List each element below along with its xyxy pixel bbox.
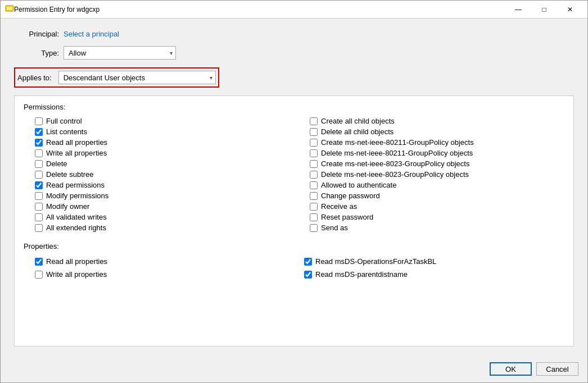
perm-delete-checkbox[interactable]	[35, 160, 43, 168]
applies-to-inner: Applies to: Descendant User objects This…	[17, 71, 216, 84]
perm-write-all-props-checkbox[interactable]	[35, 149, 43, 157]
perm-send-as-checkbox[interactable]	[310, 224, 318, 232]
perm-change-password: Change password	[310, 190, 564, 201]
principal-label: Principal:	[14, 30, 59, 38]
applies-to-border-wrapper: Applies to: Descendant User objects This…	[14, 67, 219, 88]
perm-receive-as-label[interactable]: Receive as	[321, 202, 357, 211]
type-select[interactable]: Allow Deny	[64, 46, 176, 60]
perm-delete-ieee8023-label[interactable]: Delete ms-net-ieee-8023-GroupPolicy obje…	[321, 170, 469, 179]
prop-read-all-checkbox[interactable]	[35, 258, 43, 266]
ok-button[interactable]: OK	[490, 362, 532, 376]
prop-write-all-checkbox[interactable]	[35, 271, 43, 279]
perm-delete-ieee80211-label[interactable]: Delete ms-net-ieee-80211-GroupPolicy obj…	[321, 149, 473, 157]
title-bar: Permission Entry for wdgcxp — □ ✕	[1, 1, 587, 19]
dialog-content: Principal: Select a principal Type: Allo…	[1, 19, 587, 358]
perm-write-all-props-label[interactable]: Write all properties	[46, 149, 107, 157]
perm-send-as-label[interactable]: Send as	[321, 224, 348, 232]
perm-full-control-label[interactable]: Full control	[46, 117, 82, 125]
perm-delete-subtree-checkbox[interactable]	[35, 171, 43, 179]
permissions-grid: Full control List contents Read all prop…	[24, 116, 564, 233]
prop-read-all: Read all properties	[35, 255, 295, 268]
prop-read-msds-ops-checkbox[interactable]	[304, 258, 312, 266]
prop-read-msds-ops: Read msDS-OperationsForAzTaskBL	[304, 255, 564, 268]
perm-list-contents: List contents	[35, 126, 290, 137]
perm-allowed-authenticate-checkbox[interactable]	[310, 181, 318, 189]
perm-create-ieee8023: Create ms-net-ieee-8023-GroupPolicy obje…	[310, 158, 564, 169]
applies-to-row: Applies to: Descendant User objects This…	[14, 67, 574, 88]
window-controls: — □ ✕	[505, 1, 583, 19]
perm-read-all-props-label[interactable]: Read all properties	[46, 138, 107, 147]
perm-delete-ieee8023: Delete ms-net-ieee-8023-GroupPolicy obje…	[310, 169, 564, 180]
perm-create-ieee80211: Create ms-net-ieee-80211-GroupPolicy obj…	[310, 137, 564, 148]
perm-write-all-props: Write all properties	[35, 148, 290, 158]
perm-all-extended-rights: All extended rights	[35, 222, 290, 233]
perm-send-as: Send as	[310, 222, 564, 233]
perm-create-ieee8023-label[interactable]: Create ms-net-ieee-8023-GroupPolicy obje…	[321, 159, 469, 168]
perm-create-all-child-label[interactable]: Create all child objects	[321, 117, 395, 125]
permissions-left-col: Full control List contents Read all prop…	[24, 116, 290, 233]
prop-read-msds-parent: Read msDS-parentdistname	[304, 268, 564, 281]
perm-delete-ieee8023-checkbox[interactable]	[310, 171, 318, 179]
app-icon	[5, 5, 14, 14]
perm-create-all-child: Create all child objects	[310, 116, 564, 126]
minimize-button[interactable]: —	[505, 1, 531, 19]
perm-modify-permissions-label[interactable]: Modify permissions	[46, 191, 108, 200]
perm-delete-label[interactable]: Delete	[46, 159, 67, 168]
perm-change-password-label[interactable]: Change password	[321, 191, 380, 200]
perm-delete-subtree-label[interactable]: Delete subtree	[46, 170, 94, 179]
perm-all-validated-writes-checkbox[interactable]	[35, 213, 43, 221]
prop-read-all-label[interactable]: Read all properties	[46, 257, 107, 266]
perm-all-validated-writes: All validated writes	[35, 212, 290, 222]
svg-rect-1	[7, 7, 12, 10]
perm-full-control-checkbox[interactable]	[35, 117, 43, 125]
perm-modify-owner-checkbox[interactable]	[35, 203, 43, 211]
perm-receive-as-checkbox[interactable]	[310, 203, 318, 211]
perm-allowed-authenticate-label[interactable]: Allowed to authenticate	[321, 181, 396, 189]
prop-read-msds-parent-label[interactable]: Read msDS-parentdistname	[315, 270, 408, 279]
type-row: Type: Allow Deny ▾	[14, 46, 574, 60]
perm-allowed-authenticate: Allowed to authenticate	[310, 180, 564, 190]
principal-row: Principal: Select a principal	[14, 30, 574, 38]
prop-read-msds-parent-checkbox[interactable]	[304, 271, 312, 279]
cancel-button[interactable]: Cancel	[536, 362, 578, 376]
prop-write-all-label[interactable]: Write all properties	[46, 270, 107, 279]
permissions-right-col: Create all child objects Delete all chil…	[298, 116, 564, 233]
perm-list-contents-label[interactable]: List contents	[46, 127, 87, 136]
perm-create-ieee80211-label[interactable]: Create ms-net-ieee-80211-GroupPolicy obj…	[321, 138, 474, 147]
properties-grid: Read all properties Write all properties…	[35, 255, 564, 281]
perm-read-permissions-label[interactable]: Read permissions	[46, 181, 105, 189]
principal-link[interactable]: Select a principal	[64, 30, 119, 38]
applies-to-label: Applies to:	[17, 74, 54, 82]
perm-read-permissions: Read permissions	[35, 180, 290, 190]
prop-write-all: Write all properties	[35, 268, 295, 281]
perm-create-ieee80211-checkbox[interactable]	[310, 139, 318, 147]
close-button[interactable]: ✕	[557, 1, 583, 19]
perm-modify-permissions-checkbox[interactable]	[35, 192, 43, 200]
permissions-section-label: Permissions:	[24, 103, 564, 111]
perm-all-extended-rights-label[interactable]: All extended rights	[46, 224, 106, 232]
perm-list-contents-checkbox[interactable]	[35, 128, 43, 136]
perm-change-password-checkbox[interactable]	[310, 192, 318, 200]
perm-create-ieee8023-checkbox[interactable]	[310, 160, 318, 168]
properties-section: Properties: Read all properties Write al…	[24, 242, 564, 281]
perm-create-all-child-checkbox[interactable]	[310, 117, 318, 125]
properties-right-col: Read msDS-OperationsForAzTaskBL Read msD…	[304, 255, 564, 281]
perm-reset-password-checkbox[interactable]	[310, 213, 318, 221]
properties-section-label: Properties:	[24, 242, 564, 250]
perm-delete-all-child-label[interactable]: Delete all child objects	[321, 127, 393, 136]
perm-read-all-props-checkbox[interactable]	[35, 139, 43, 147]
perm-read-permissions-checkbox[interactable]	[35, 181, 43, 189]
perm-delete-ieee80211-checkbox[interactable]	[310, 149, 318, 157]
perm-delete: Delete	[35, 158, 290, 169]
maximize-button[interactable]: □	[531, 1, 557, 19]
applies-to-select-wrapper: Descendant User objects This object only…	[58, 71, 216, 84]
applies-to-select[interactable]: Descendant User objects This object only…	[58, 71, 216, 84]
perm-reset-password-label[interactable]: Reset password	[321, 213, 373, 221]
perm-all-extended-rights-checkbox[interactable]	[35, 224, 43, 232]
prop-read-msds-ops-label[interactable]: Read msDS-OperationsForAzTaskBL	[315, 257, 436, 266]
perm-delete-all-child-checkbox[interactable]	[310, 128, 318, 136]
window-title: Permission Entry for wdgcxp	[14, 6, 505, 13]
perm-modify-owner-label[interactable]: Modify owner	[46, 202, 89, 211]
type-select-wrapper: Allow Deny ▾	[64, 46, 176, 60]
perm-all-validated-writes-label[interactable]: All validated writes	[46, 213, 107, 221]
